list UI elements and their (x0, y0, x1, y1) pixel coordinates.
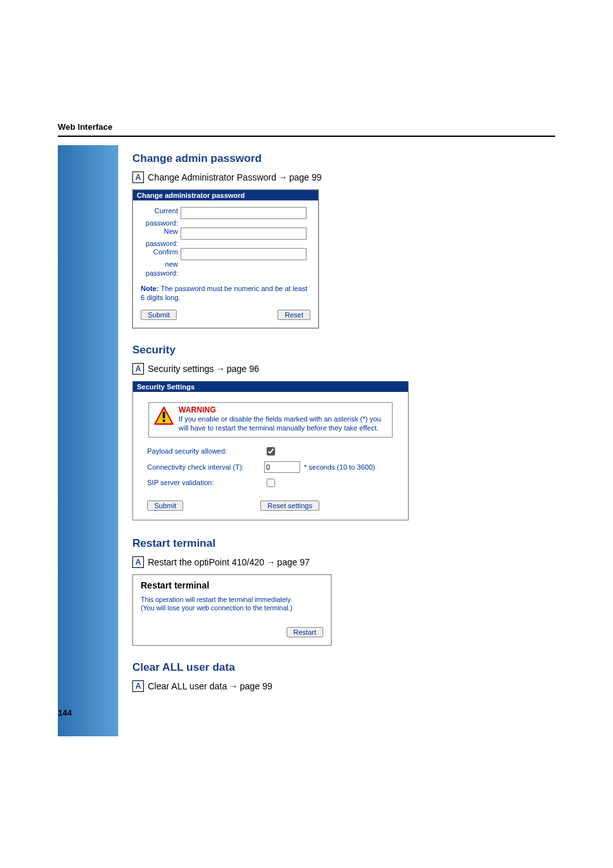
ref-text-security: Security settings (148, 364, 214, 374)
current-password-input[interactable] (181, 207, 306, 219)
label-current-password-l1: Current (154, 207, 178, 215)
ref-page-prefix-cl: page (240, 681, 260, 691)
payload-security-checkbox[interactable] (267, 447, 275, 456)
ref-page-number-rt: 97 (299, 557, 310, 567)
heading-security: Security (132, 344, 492, 357)
submit-button-cp[interactable]: Submit (141, 310, 177, 320)
label-new-password-l2: password: (146, 240, 178, 247)
restart-panel-heading: Restart terminal (141, 580, 323, 590)
new-password-input[interactable] (181, 227, 306, 240)
warning-title: WARNING (179, 405, 387, 414)
label-connectivity-interval: Connectivity check interval (T): (147, 463, 264, 471)
svg-rect-1 (163, 412, 165, 418)
ref-change-password: A Change Administrator Password → page 9… (132, 172, 492, 183)
note-bold: Note: (141, 285, 159, 292)
heading-restart: Restart terminal (132, 537, 492, 550)
password-note: Note: The password must be numeric and b… (133, 280, 318, 308)
arrow-icon: → (266, 557, 275, 567)
restart-panel: Restart terminal This operation will res… (132, 574, 332, 646)
warning-text: If you enable or disable the fields mark… (179, 415, 387, 433)
sip-validation-checkbox[interactable] (267, 479, 275, 487)
heading-clear: Clear ALL user data (132, 661, 492, 674)
ref-page-number-cl: 99 (262, 681, 272, 691)
confirm-password-input[interactable] (181, 248, 306, 260)
label-payload-security: Payload security allowed: (147, 447, 264, 455)
warning-box: WARNING If you enable or disable the fie… (148, 402, 393, 438)
arrow-icon: → (278, 172, 287, 182)
reset-button-cp[interactable]: Reset (278, 310, 310, 320)
page-header-title: Web Interface (58, 122, 555, 132)
header-rule (58, 136, 555, 137)
a-box-icon: A (132, 172, 144, 183)
ref-restart: A Restart the optiPoint 410/420 → page 9… (132, 556, 492, 568)
ref-page-prefix-sec: page (227, 364, 247, 374)
label-confirm-password-l1: Confirm (153, 248, 178, 256)
security-panel: Security Settings WARNING If you enable … (132, 381, 409, 520)
restart-line1: This operation will restart the terminal… (141, 596, 323, 605)
restart-button[interactable]: Restart (287, 627, 323, 637)
restart-line2: (You will lose your web connection to th… (141, 604, 323, 613)
arrow-icon: → (229, 681, 238, 691)
svg-rect-2 (163, 420, 165, 422)
heading-change-password: Change admin password (132, 152, 492, 165)
reset-button-sec[interactable]: Reset settings (260, 500, 319, 511)
a-box-icon: A (132, 363, 144, 375)
label-confirm-password-l3: password: (146, 269, 178, 277)
label-new-password-l1: New (164, 227, 178, 235)
label-confirm-password-l2: new (165, 260, 178, 268)
page-number: 144 (58, 708, 72, 718)
label-sip-validation: SIP server validation: (147, 479, 264, 486)
a-box-icon: A (132, 556, 144, 568)
ref-page-number: 99 (312, 172, 322, 182)
panel-title-security: Security Settings (133, 382, 408, 392)
ref-text-restart: Restart the optiPoint 410/420 (148, 557, 264, 567)
submit-button-sec[interactable]: Submit (147, 500, 183, 511)
note-text: The password must be numeric and be at l… (141, 285, 308, 301)
connectivity-interval-suffix: * seconds (10 to 3600) (304, 463, 375, 471)
ref-text-clear: Clear ALL user data (148, 681, 227, 691)
left-decorative-bar (58, 145, 118, 736)
ref-security: A Security settings → page 96 (132, 363, 492, 375)
change-password-panel: Change administrator password Current pa… (132, 190, 319, 328)
ref-page-number-sec: 96 (249, 364, 260, 374)
arrow-icon: → (216, 364, 225, 374)
a-box-icon: A (132, 680, 144, 692)
panel-title-change-password: Change administrator password (133, 190, 318, 200)
ref-page-prefix: page (289, 172, 309, 182)
warning-icon (154, 407, 173, 425)
ref-text-change-password: Change Administrator Password (148, 172, 276, 182)
ref-page-prefix-rt: page (277, 557, 297, 567)
label-current-password-l2: password: (146, 219, 178, 227)
ref-clear: A Clear ALL user data → page 99 (132, 680, 492, 692)
connectivity-interval-input[interactable] (264, 461, 300, 473)
